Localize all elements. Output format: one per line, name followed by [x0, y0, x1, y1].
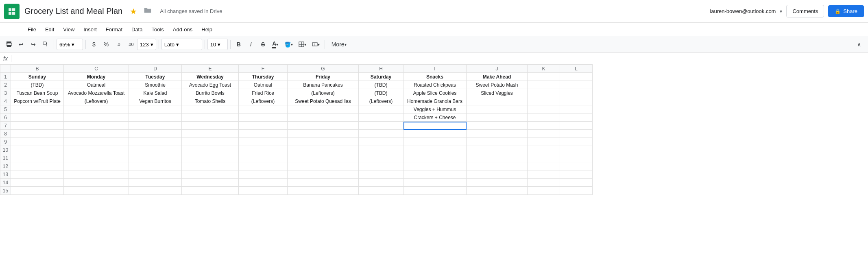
- table-cell[interactable]: [64, 113, 129, 122]
- col-header-l[interactable]: L: [560, 65, 593, 73]
- star-icon[interactable]: ★: [130, 7, 137, 16]
- col-header-i[interactable]: I: [403, 65, 467, 73]
- table-cell[interactable]: [182, 113, 239, 122]
- table-cell[interactable]: [528, 122, 560, 130]
- table-cell[interactable]: [239, 122, 288, 130]
- table-cell[interactable]: Make Ahead: [467, 73, 528, 81]
- table-cell[interactable]: (Leftovers): [288, 89, 359, 97]
- more-button[interactable]: More ▾: [329, 39, 349, 50]
- table-cell[interactable]: [528, 179, 560, 187]
- menu-edit[interactable]: Edit: [41, 25, 58, 34]
- table-cell[interactable]: [359, 146, 403, 154]
- table-cell[interactable]: [182, 105, 239, 113]
- table-cell[interactable]: Sunday: [11, 73, 64, 81]
- table-cell[interactable]: [64, 170, 129, 179]
- table-cell[interactable]: [129, 179, 182, 187]
- user-email[interactable]: lauren-bowen@outlook.com: [710, 8, 776, 14]
- table-cell[interactable]: Kale Salad: [129, 89, 182, 97]
- table-cell[interactable]: Smoothie: [129, 81, 182, 89]
- table-cell[interactable]: Monday: [64, 73, 129, 81]
- table-cell[interactable]: [560, 162, 593, 170]
- table-cell[interactable]: [182, 154, 239, 162]
- paint-format-button[interactable]: [40, 39, 51, 50]
- table-cell[interactable]: Tuesday: [129, 73, 182, 81]
- table-cell[interactable]: [403, 154, 467, 162]
- table-cell[interactable]: [403, 146, 467, 154]
- table-cell[interactable]: [467, 105, 528, 113]
- borders-button[interactable]: ▾: [296, 39, 309, 50]
- table-cell[interactable]: [359, 154, 403, 162]
- table-cell[interactable]: Tomato Shells: [182, 97, 239, 105]
- table-cell[interactable]: [64, 162, 129, 170]
- share-button[interactable]: 🔒 Share: [828, 5, 864, 17]
- menu-insert[interactable]: Insert: [79, 25, 101, 34]
- table-cell[interactable]: [64, 154, 129, 162]
- table-cell[interactable]: [11, 113, 64, 122]
- table-cell[interactable]: Oatmeal: [64, 81, 129, 89]
- table-cell[interactable]: [11, 179, 64, 187]
- table-cell[interactable]: [467, 146, 528, 154]
- table-cell[interactable]: [182, 146, 239, 154]
- menu-file[interactable]: File: [24, 25, 40, 34]
- table-cell[interactable]: [560, 138, 593, 146]
- table-cell[interactable]: [239, 179, 288, 187]
- table-cell[interactable]: [528, 113, 560, 122]
- table-cell[interactable]: [129, 113, 182, 122]
- merge-cells-button[interactable]: ▾: [310, 39, 322, 50]
- table-cell[interactable]: [64, 122, 129, 130]
- col-header-j[interactable]: J: [467, 65, 528, 73]
- table-cell[interactable]: [528, 105, 560, 113]
- table-cell[interactable]: [528, 154, 560, 162]
- table-cell[interactable]: [288, 179, 359, 187]
- table-cell[interactable]: [11, 170, 64, 179]
- col-header-d[interactable]: D: [129, 65, 182, 73]
- doc-title[interactable]: Grocery List and Meal Plan: [24, 7, 122, 16]
- table-cell[interactable]: [239, 187, 288, 195]
- table-cell[interactable]: [528, 170, 560, 179]
- decimal-less-button[interactable]: .0: [113, 39, 124, 50]
- table-cell[interactable]: [288, 122, 359, 130]
- collapse-toolbar-button[interactable]: ∧: [853, 39, 865, 50]
- table-cell[interactable]: Fried Rice: [239, 89, 288, 97]
- table-cell[interactable]: Saturday: [359, 73, 403, 81]
- table-cell[interactable]: [11, 138, 64, 146]
- table-cell[interactable]: [64, 179, 129, 187]
- user-dropdown-icon[interactable]: ▾: [780, 9, 782, 14]
- table-cell[interactable]: Sweet Potato Quesadillas: [288, 97, 359, 105]
- table-cell[interactable]: [403, 130, 467, 138]
- table-cell[interactable]: [467, 170, 528, 179]
- table-cell[interactable]: [182, 162, 239, 170]
- table-cell[interactable]: [560, 105, 593, 113]
- table-cell[interactable]: [129, 170, 182, 179]
- table-cell[interactable]: (Leftovers): [239, 97, 288, 105]
- table-cell[interactable]: [467, 97, 528, 105]
- col-header-c[interactable]: C: [64, 65, 129, 73]
- zoom-select[interactable]: 65% ▾: [57, 39, 83, 50]
- table-cell[interactable]: Roasted Chickpeas: [403, 81, 467, 89]
- table-cell[interactable]: [239, 146, 288, 154]
- table-cell[interactable]: [528, 138, 560, 146]
- table-cell[interactable]: Crackers + Cheese: [403, 113, 467, 122]
- table-cell[interactable]: [129, 146, 182, 154]
- table-cell[interactable]: [560, 122, 593, 130]
- table-cell[interactable]: (Leftovers): [359, 97, 403, 105]
- table-cell[interactable]: [359, 138, 403, 146]
- table-cell[interactable]: [359, 113, 403, 122]
- fill-color-button[interactable]: 🪣 ▾: [282, 39, 295, 50]
- font-size-select[interactable]: 10 ▾: [207, 39, 228, 50]
- table-cell[interactable]: [182, 130, 239, 138]
- menu-tools[interactable]: Tools: [147, 25, 168, 34]
- table-cell[interactable]: Popcorn w/Fruit Plate: [11, 97, 64, 105]
- table-cell[interactable]: (TBD): [359, 81, 403, 89]
- table-cell[interactable]: [288, 162, 359, 170]
- table-cell[interactable]: [560, 97, 593, 105]
- table-cell[interactable]: [359, 162, 403, 170]
- table-cell[interactable]: [403, 179, 467, 187]
- table-cell[interactable]: Thursday: [239, 73, 288, 81]
- table-cell[interactable]: [467, 154, 528, 162]
- table-cell[interactable]: [129, 105, 182, 113]
- comments-button[interactable]: Comments: [786, 5, 824, 17]
- font-name-select[interactable]: Lato ▾: [161, 39, 202, 50]
- table-cell[interactable]: [239, 130, 288, 138]
- table-cell[interactable]: [11, 105, 64, 113]
